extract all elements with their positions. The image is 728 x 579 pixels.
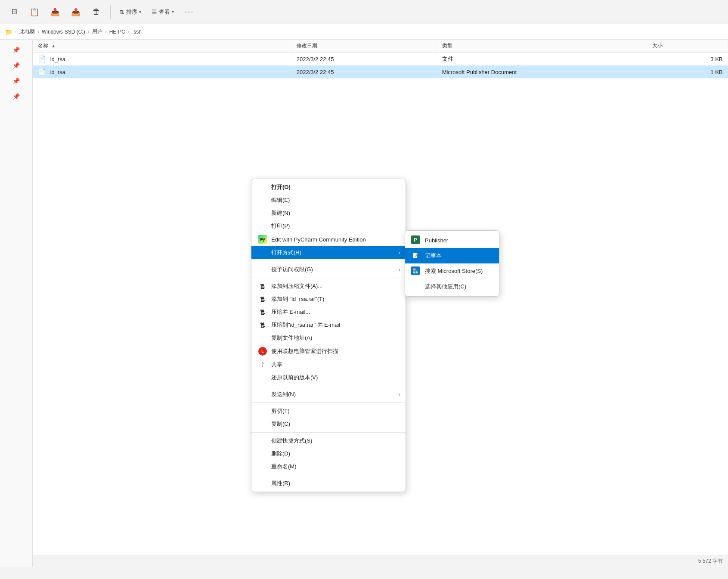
statusbar-size: 5 572 字节 xyxy=(698,557,723,565)
sort-chevron-icon: ▾ xyxy=(139,9,141,14)
ctx-copy2[interactable]: 复制(C) xyxy=(251,418,406,430)
ctx-sep-3 xyxy=(251,386,406,386)
sort-icon: ⇅ xyxy=(119,9,124,15)
ctx-compress-email[interactable]: 🗜 压缩并 E-mail... xyxy=(251,306,406,319)
ctx-share-icon: ⤴ xyxy=(258,361,267,368)
file-name-2: 📄 id_rsa xyxy=(33,65,291,78)
file-table: 名称 ▲ 修改日期 类型 大小 xyxy=(33,40,728,78)
toolbar-export-btn[interactable]: 📤 xyxy=(67,6,84,19)
notepad-icon: 📝 xyxy=(411,251,421,260)
sort-arrow-icon: ▲ xyxy=(51,43,56,48)
toolbar-more-btn[interactable]: ··· xyxy=(181,6,198,18)
ctx-access-arrow-icon: › xyxy=(399,266,400,272)
col-header-name[interactable]: 名称 ▲ xyxy=(33,40,291,53)
submenu-notepad[interactable]: 📝 记事本 xyxy=(405,248,499,263)
breadcrumb-sep-1: › xyxy=(37,29,39,35)
ctx-cut[interactable]: 剪切(T) xyxy=(251,405,406,418)
ctx-rar-icon-4: 🗜 xyxy=(258,322,267,328)
toolbar-mobile-btn[interactable]: 🖥 xyxy=(5,6,22,18)
toolbar-view-btn[interactable]: ☰ 查看 ▾ xyxy=(148,6,177,18)
ctx-sep-4 xyxy=(251,403,406,403)
file-date-1: 2022/3/2 22:45 xyxy=(291,53,437,66)
statusbar: 5 572 字节 xyxy=(33,555,728,567)
file-name-1: 📄 id_rsa xyxy=(33,53,291,66)
file-type-2: Microsoft Publisher Document xyxy=(437,65,647,78)
toolbar-import-btn[interactable]: 📥 xyxy=(46,6,64,19)
other-app-icon xyxy=(411,282,421,291)
ctx-compress-send[interactable]: 🗜 压缩到"id_rsa.rar" 并 E-mail xyxy=(251,319,406,331)
ctx-open-with[interactable]: 打开方式(H) › xyxy=(251,246,406,259)
breadcrumb-hepc[interactable]: HE-PC xyxy=(109,29,125,35)
ctx-pycharm[interactable]: Py Edit with PyCharm Community Edition xyxy=(251,232,406,246)
breadcrumb-drive-c[interactable]: Windows-SSD (C:) xyxy=(42,29,85,35)
toolbar-sort-btn[interactable]: ⇅ 排序 ▾ xyxy=(116,6,145,18)
ctx-delete[interactable]: 删除(D) xyxy=(251,447,406,460)
toolbar: 🖥 📋 📥 📤 🗑 ⇅ 排序 ▾ ☰ 查看 ▾ ··· xyxy=(0,0,728,24)
ctx-rar-icon-2: 🗜 xyxy=(258,296,267,303)
view-label: 查看 xyxy=(159,8,170,16)
ctx-properties[interactable]: 属性(R) xyxy=(251,477,406,490)
ctx-copy-path[interactable]: 复制文件地址(A) xyxy=(251,331,406,344)
ctx-create-shortcut[interactable]: 创建快捷方式(S) xyxy=(251,434,406,447)
open-with-submenu: P Publisher 📝 记事本 🏪 搜索 Microsoft Store(S… xyxy=(405,230,499,297)
ctx-add-archive[interactable]: 🗜 添加到压缩文件(A)... xyxy=(251,280,406,293)
statusbar-right: 5 572 字节 xyxy=(698,555,723,567)
ctx-share[interactable]: ⤴ 共享 xyxy=(251,358,406,371)
ctx-open[interactable]: 打开(O) xyxy=(251,181,406,194)
submenu-other-app[interactable]: 选择其他应用(C) xyxy=(405,279,499,294)
ctx-sep-1 xyxy=(251,261,406,261)
file-icon-2: 📄 xyxy=(38,68,46,75)
ctx-lenovo-icon: L xyxy=(258,347,267,356)
publisher-icon: P xyxy=(411,235,421,245)
ctx-pycharm-icon: Py xyxy=(258,235,267,244)
store-icon: 🏪 xyxy=(411,266,421,276)
ctx-print[interactable]: 打印(P) xyxy=(251,220,406,232)
ctx-sep-2 xyxy=(251,278,406,278)
delete-icon: 🗑 xyxy=(93,7,100,16)
breadcrumb-sep-2: › xyxy=(88,29,90,35)
ctx-send-to[interactable]: 发送到(N) › xyxy=(251,388,406,401)
breadcrumb-this-pc[interactable]: 此电脑 xyxy=(19,28,35,35)
sidebar-pin-2[interactable]: 📌 xyxy=(9,59,23,72)
breadcrumb-sep-4: › xyxy=(128,29,130,35)
sidebar-pin-1[interactable]: 📌 xyxy=(9,43,23,57)
sort-label: 排序 xyxy=(126,8,137,16)
table-row[interactable]: 📄 id_rsa 2022/3/2 22:45 Microsoft Publis… xyxy=(33,65,728,78)
ctx-access[interactable]: 授予访问权限(G) › xyxy=(251,263,406,276)
ctx-edit[interactable]: 编辑(E) xyxy=(251,194,406,207)
col-header-type[interactable]: 类型 xyxy=(437,40,647,53)
ctx-add-rar[interactable]: 🗜 添加到 "id_rsa.rar"(T) xyxy=(251,293,406,306)
breadcrumb-sep-3: › xyxy=(105,29,107,35)
toolbar-sep-1 xyxy=(110,5,111,19)
mobile-icon: 🖥 xyxy=(10,7,18,16)
sidebar-pin-3[interactable]: 📌 xyxy=(9,74,23,88)
ctx-sep-5 xyxy=(251,432,406,433)
sidebar-pin-4[interactable]: 📌 xyxy=(9,90,23,103)
breadcrumb-ssh[interactable]: .ssh xyxy=(132,29,142,35)
ctx-lenovo-scan[interactable]: L 使用联想电脑管家进行扫描 xyxy=(251,344,406,358)
ctx-rename[interactable]: 重命名(M) xyxy=(251,460,406,473)
import-icon: 📥 xyxy=(50,7,60,17)
copy-icon: 📋 xyxy=(30,7,39,17)
toolbar-delete-btn[interactable]: 🗑 xyxy=(88,6,105,18)
submenu-publisher[interactable]: P Publisher xyxy=(405,232,499,248)
ctx-sep-6 xyxy=(251,475,406,475)
export-icon: 📤 xyxy=(71,7,81,17)
ctx-restore[interactable]: 还原以前的版本(V) xyxy=(251,371,406,384)
breadcrumb-users[interactable]: 用户 xyxy=(92,28,102,35)
toolbar-copy-btn[interactable]: 📋 xyxy=(26,6,43,19)
breadcrumb-sep-0: › xyxy=(15,29,17,35)
ctx-new[interactable]: 新建(N) xyxy=(251,207,406,220)
view-icon: ☰ xyxy=(152,9,157,15)
more-icon: ··· xyxy=(185,7,194,16)
file-size-2: 1 KB xyxy=(647,65,728,78)
file-icon-1: 📄 xyxy=(38,55,46,62)
col-header-date[interactable]: 修改日期 xyxy=(291,40,437,53)
sidebar: 📌 📌 📌 📌 xyxy=(0,40,33,567)
context-menu: 打开(O) 编辑(E) 新建(N) 打印(P) Py Edit with PyC… xyxy=(251,179,406,492)
col-header-size[interactable]: 大小 xyxy=(647,40,728,53)
table-row[interactable]: 📄 id_rsa 2022/3/2 22:45 文件 3 KB xyxy=(33,53,728,66)
ctx-rar-icon-1: 🗜 xyxy=(258,283,267,290)
submenu-store[interactable]: 🏪 搜索 Microsoft Store(S) xyxy=(405,263,499,279)
breadcrumb-home-icon: 📁 xyxy=(5,28,12,35)
